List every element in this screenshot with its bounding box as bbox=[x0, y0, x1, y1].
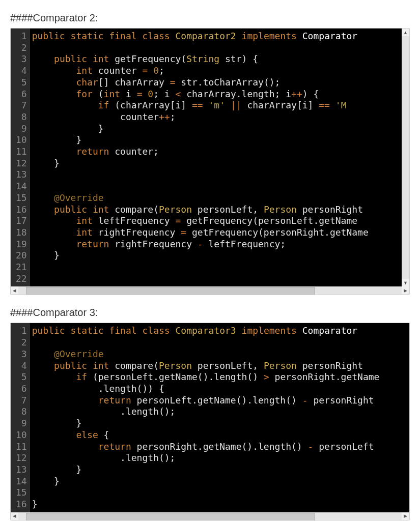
line-number-gutter-2: 12345678910111213141516171819202122 bbox=[11, 28, 30, 286]
vertical-scrollbar-2[interactable]: ▲ ▼ bbox=[402, 28, 409, 286]
vertical-scroll-track[interactable] bbox=[402, 36, 409, 279]
horizontal-scroll-track[interactable] bbox=[18, 286, 402, 294]
horizontal-scroll-track[interactable] bbox=[18, 512, 402, 520]
horizontal-scroll-thumb[interactable] bbox=[26, 287, 315, 295]
scroll-up-icon[interactable]: ▲ bbox=[402, 28, 409, 36]
scroll-left-icon[interactable]: ◀ bbox=[11, 512, 18, 520]
heading-comparator-2: ####Comparator 2: bbox=[10, 12, 410, 24]
code-block-comparator-2: 12345678910111213141516171819202122 publ… bbox=[10, 28, 410, 295]
horizontal-scroll-thumb[interactable] bbox=[26, 513, 315, 520]
scroll-left-icon[interactable]: ◀ bbox=[11, 286, 18, 294]
scroll-right-icon[interactable]: ▶ bbox=[402, 286, 409, 294]
code-area-2[interactable]: public static final class Comparator2 im… bbox=[30, 28, 409, 286]
scroll-down-icon[interactable]: ▼ bbox=[402, 279, 409, 286]
scroll-right-icon[interactable]: ▶ bbox=[402, 512, 409, 520]
heading-comparator-3: ####Comparator 3: bbox=[10, 307, 410, 319]
code-block-comparator-3: 12345678910111213141516 public static fi… bbox=[10, 323, 410, 520]
code-scroll-area-2[interactable]: 12345678910111213141516171819202122 publ… bbox=[11, 28, 409, 286]
horizontal-scrollbar-2[interactable]: ◀ ▶ bbox=[11, 286, 409, 294]
horizontal-scrollbar-3[interactable]: ◀ ▶ bbox=[11, 512, 409, 520]
line-number-gutter-3: 12345678910111213141516 bbox=[11, 323, 30, 512]
code-scroll-area-3[interactable]: 12345678910111213141516 public static fi… bbox=[11, 323, 409, 512]
code-area-3[interactable]: public static final class Comparator3 im… bbox=[30, 323, 409, 512]
